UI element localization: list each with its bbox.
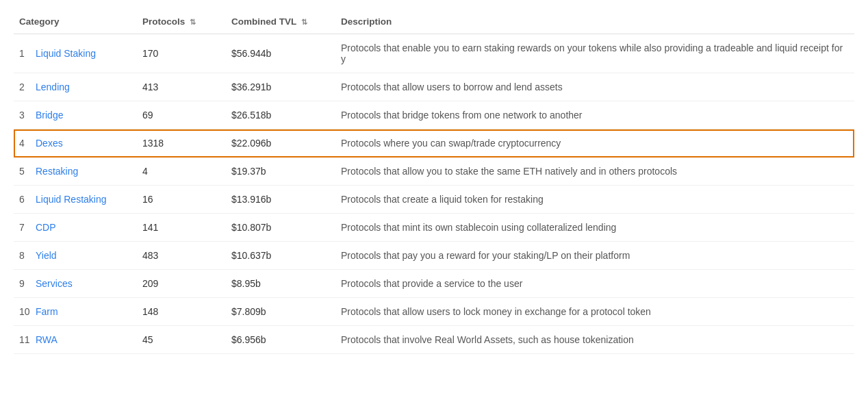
description-cell: Protocols that allow you to stake the sa… — [335, 158, 854, 186]
category-link[interactable]: RWA — [36, 334, 58, 345]
protocols-cell: 483 — [137, 242, 226, 270]
row-number: 8 — [19, 250, 36, 261]
category-link[interactable]: Bridge — [36, 110, 63, 121]
row-number: 2 — [19, 81, 36, 92]
table-row: 2 Lending413$36.291bProtocols that allow… — [14, 73, 854, 101]
tvl-sort-icon[interactable]: ⇅ — [301, 18, 307, 27]
table-row: 10 Farm148$7.809bProtocols that allow us… — [14, 298, 854, 326]
category-cell: 7 CDP — [14, 214, 137, 242]
header-protocols[interactable]: Protocols ⇅ — [137, 11, 226, 34]
row-number: 6 — [19, 194, 36, 205]
table-body: 1 Liquid Staking170$56.944bProtocols tha… — [14, 34, 854, 354]
protocols-cell: 16 — [137, 186, 226, 214]
category-cell: 10 Farm — [14, 298, 137, 326]
protocols-sort-icon[interactable]: ⇅ — [190, 18, 196, 27]
tvl-cell: $6.956b — [226, 326, 335, 354]
protocols-cell: 170 — [137, 34, 226, 73]
category-link[interactable]: Lending — [36, 81, 70, 92]
row-number: 4 — [19, 138, 36, 149]
protocols-cell: 148 — [137, 298, 226, 326]
row-number: 10 — [19, 306, 36, 317]
description-cell: Protocols that allow users to borrow and… — [335, 73, 854, 101]
tvl-cell: $13.916b — [226, 186, 335, 214]
category-link[interactable]: CDP — [36, 222, 56, 233]
category-link[interactable]: Dexes — [36, 138, 63, 149]
table-row: 8 Yield483$10.637bProtocols that pay you… — [14, 242, 854, 270]
category-cell: 1 Liquid Staking — [14, 34, 137, 73]
category-cell: 3 Bridge — [14, 101, 137, 129]
category-link[interactable]: Restaking — [36, 166, 78, 177]
tvl-cell: $10.807b — [226, 214, 335, 242]
table-row: 5 Restaking4$19.37bProtocols that allow … — [14, 158, 854, 186]
description-cell: Protocols that provide a service to the … — [335, 270, 854, 298]
protocols-cell: 1318 — [137, 129, 226, 158]
category-link[interactable]: Liquid Staking — [36, 48, 96, 59]
row-number: 5 — [19, 166, 36, 177]
description-cell: Protocols that create a liquid token for… — [335, 186, 854, 214]
table-row: 9 Services209$8.95bProtocols that provid… — [14, 270, 854, 298]
table-row: 7 CDP141$10.807bProtocols that mint its … — [14, 214, 854, 242]
tvl-cell: $36.291b — [226, 73, 335, 101]
protocols-cell: 413 — [137, 73, 226, 101]
description-cell: Protocols where you can swap/trade crypt… — [335, 129, 854, 158]
table-row: 4 Dexes1318$22.096bProtocols where you c… — [14, 129, 854, 158]
header-tvl[interactable]: Combined TVL ⇅ — [226, 11, 335, 34]
category-cell: 2 Lending — [14, 73, 137, 101]
description-cell: Protocols that mint its own stablecoin u… — [335, 214, 854, 242]
tvl-cell: $7.809b — [226, 298, 335, 326]
table-row: 1 Liquid Staking170$56.944bProtocols tha… — [14, 34, 854, 73]
protocols-cell: 209 — [137, 270, 226, 298]
description-cell: Protocols that allow users to lock money… — [335, 298, 854, 326]
description-cell: Protocols that pay you a reward for your… — [335, 242, 854, 270]
description-cell: Protocols that involve Real World Assets… — [335, 326, 854, 354]
table-row: 3 Bridge69$26.518bProtocols that bridge … — [14, 101, 854, 129]
category-cell: 11 RWA — [14, 326, 137, 354]
main-container: Category Protocols ⇅ Combined TVL ⇅ Desc… — [0, 0, 868, 365]
category-cell: 8 Yield — [14, 242, 137, 270]
table-header-row: Category Protocols ⇅ Combined TVL ⇅ Desc… — [14, 11, 854, 34]
row-number: 9 — [19, 278, 36, 289]
tvl-cell: $19.37b — [226, 158, 335, 186]
table-row: 6 Liquid Restaking16$13.916bProtocols th… — [14, 186, 854, 214]
row-number: 7 — [19, 222, 36, 233]
table-row: 11 RWA45$6.956bProtocols that involve Re… — [14, 326, 854, 354]
protocols-cell: 69 — [137, 101, 226, 129]
category-cell: 6 Liquid Restaking — [14, 186, 137, 214]
protocols-cell: 4 — [137, 158, 226, 186]
row-number: 11 — [19, 334, 36, 345]
description-cell: Protocols that enable you to earn stakin… — [335, 34, 854, 73]
category-link[interactable]: Liquid Restaking — [36, 194, 107, 205]
category-link[interactable]: Yield — [36, 250, 57, 261]
categories-table: Category Protocols ⇅ Combined TVL ⇅ Desc… — [14, 11, 854, 354]
category-cell: 4 Dexes — [14, 129, 137, 158]
category-link[interactable]: Services — [36, 278, 73, 289]
row-number: 1 — [19, 48, 36, 59]
tvl-cell: $56.944b — [226, 34, 335, 73]
category-cell: 9 Services — [14, 270, 137, 298]
tvl-cell: $26.518b — [226, 101, 335, 129]
header-category: Category — [14, 11, 137, 34]
tvl-cell: $10.637b — [226, 242, 335, 270]
row-number: 3 — [19, 110, 36, 121]
category-cell: 5 Restaking — [14, 158, 137, 186]
tvl-cell: $22.096b — [226, 129, 335, 158]
header-description: Description — [335, 11, 854, 34]
tvl-cell: $8.95b — [226, 270, 335, 298]
description-cell: Protocols that bridge tokens from one ne… — [335, 101, 854, 129]
protocols-cell: 141 — [137, 214, 226, 242]
protocols-cell: 45 — [137, 326, 226, 354]
category-link[interactable]: Farm — [36, 306, 58, 317]
